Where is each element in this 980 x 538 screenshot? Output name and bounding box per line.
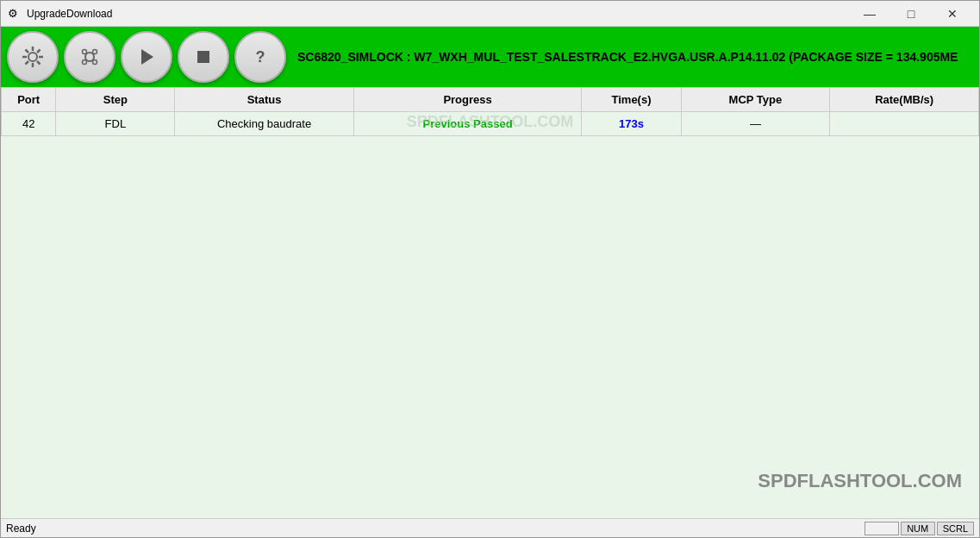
col-header-progress: Progress [353, 88, 582, 112]
indicator-scrl: SCRL [937, 522, 974, 535]
cell-port: 42 [2, 112, 56, 136]
svg-point-12 [83, 60, 87, 65]
svg-line-5 [26, 50, 29, 53]
close-button[interactable]: ✕ [933, 4, 972, 23]
config-button[interactable] [64, 31, 115, 83]
col-header-step: Step [56, 88, 175, 112]
settings-button[interactable] [7, 31, 59, 83]
cell-step: FDL [56, 112, 175, 136]
title-bar: ⚙ UpgradeDownload — □ ✕ [1, 1, 979, 27]
svg-point-10 [83, 50, 87, 54]
svg-marker-14 [141, 49, 153, 65]
svg-point-13 [93, 60, 97, 65]
cell-status: Checking baudrate [175, 112, 353, 136]
help-button[interactable]: ? [234, 31, 286, 83]
config-icon [78, 45, 102, 69]
stop-button[interactable] [178, 31, 229, 83]
toolbar-title: SC6820_SIMLOCK : W7_WXH_MUL_TEST_SALESTR… [289, 50, 976, 64]
table-container: SPDFLASHTOOL.COM Port Step Status Progre… [1, 87, 979, 518]
play-icon [134, 45, 159, 69]
help-icon: ? [248, 45, 272, 69]
cell-mcp: — [681, 112, 830, 136]
status-indicators: NUM SCRL [865, 522, 974, 535]
title-bar-left: ⚙ UpgradeDownload [8, 7, 112, 21]
status-bar: Ready NUM SCRL [1, 518, 979, 537]
cell-time: 173s [582, 112, 681, 136]
svg-line-7 [37, 50, 41, 53]
col-header-rate: Rate(MB/s) [830, 88, 979, 112]
indicator-empty [865, 522, 899, 535]
minimize-button[interactable]: — [850, 4, 889, 23]
indicator-num: NUM [901, 522, 935, 535]
svg-point-9 [85, 53, 94, 61]
main-window: ⚙ UpgradeDownload — □ ✕ [0, 0, 980, 538]
col-header-port: Port [2, 88, 56, 112]
maximize-button[interactable]: □ [891, 4, 931, 23]
data-table: Port Step Status Progress Time(s) MCP Ty… [1, 87, 979, 136]
start-button[interactable] [121, 31, 172, 83]
status-text: Ready [6, 522, 865, 535]
col-header-mcp: MCP Type [681, 88, 830, 112]
settings-icon [21, 45, 45, 69]
window-controls: — □ ✕ [850, 4, 972, 23]
svg-line-8 [26, 61, 29, 65]
table-row: 42 FDL Checking baudrate Previous Passed… [2, 112, 979, 136]
cell-rate [830, 112, 979, 136]
table-header-row: Port Step Status Progress Time(s) MCP Ty… [2, 88, 979, 112]
svg-point-11 [93, 50, 97, 54]
cell-progress: Previous Passed [353, 112, 582, 136]
svg-text:?: ? [256, 48, 265, 66]
col-header-status: Status [175, 88, 353, 112]
stop-icon [191, 45, 215, 69]
app-icon: ⚙ [8, 7, 22, 21]
window-title: UpgradeDownload [27, 8, 112, 20]
svg-line-6 [37, 61, 41, 65]
branding-text: SPDFLASHTOOL.COM [758, 470, 962, 492]
col-header-time: Time(s) [582, 88, 681, 112]
svg-point-0 [28, 53, 37, 61]
svg-rect-15 [197, 51, 209, 63]
toolbar: ? SC6820_SIMLOCK : W7_WXH_MUL_TEST_SALES… [1, 27, 979, 87]
